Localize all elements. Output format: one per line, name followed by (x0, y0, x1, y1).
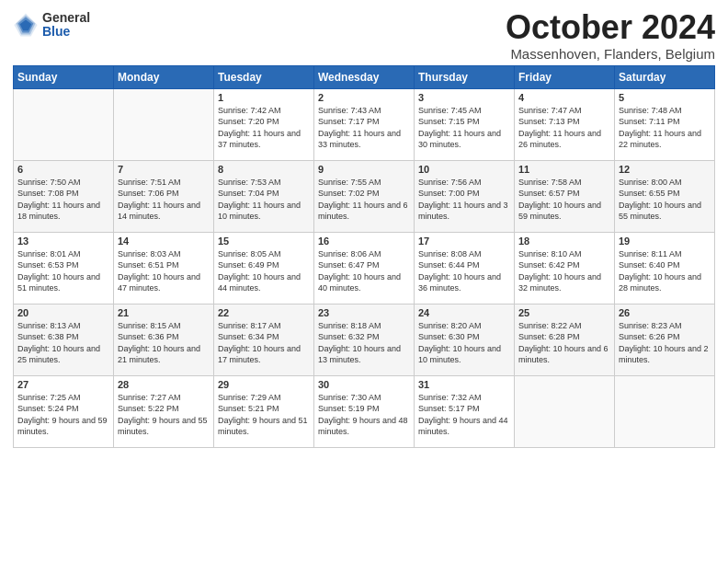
day-info: Sunrise: 7:27 AMSunset: 5:22 PMDaylight:… (118, 393, 208, 437)
week-row-4: 27 Sunrise: 7:25 AMSunset: 5:24 PMDaylig… (14, 375, 715, 447)
day-info: Sunrise: 7:43 AMSunset: 7:17 PMDaylight:… (318, 106, 401, 150)
day-number: 25 (518, 307, 610, 318)
day-info: Sunrise: 8:20 AMSunset: 6:30 PMDaylight:… (418, 321, 501, 365)
day-info: Sunrise: 8:13 AMSunset: 6:38 PMDaylight:… (17, 321, 100, 365)
day-info: Sunrise: 8:08 AMSunset: 6:44 PMDaylight:… (418, 249, 501, 293)
day-info: Sunrise: 7:56 AMSunset: 7:00 PMDaylight:… (418, 178, 508, 222)
day-number: 12 (619, 164, 711, 175)
day-info: Sunrise: 8:18 AMSunset: 6:32 PMDaylight:… (318, 321, 401, 365)
day-number: 20 (17, 307, 109, 318)
day-number: 22 (218, 307, 310, 318)
week-row-1: 6 Sunrise: 7:50 AMSunset: 7:08 PMDayligh… (14, 160, 715, 232)
day-info: Sunrise: 7:32 AMSunset: 5:17 PMDaylight:… (418, 393, 508, 437)
day-number: 24 (418, 307, 510, 318)
day-cell: 8 Sunrise: 7:53 AMSunset: 7:04 PMDayligh… (214, 160, 314, 232)
day-info: Sunrise: 8:23 AMSunset: 6:26 PMDaylight:… (619, 321, 709, 365)
day-cell: 26 Sunrise: 8:23 AMSunset: 6:26 PMDaylig… (615, 304, 715, 375)
day-cell: 7 Sunrise: 7:51 AMSunset: 7:06 PMDayligh… (114, 160, 214, 232)
day-number: 10 (418, 164, 510, 175)
day-cell: 4 Sunrise: 7:47 AMSunset: 7:13 PMDayligh… (515, 88, 615, 160)
header-sunday: Sunday (14, 65, 114, 88)
day-info: Sunrise: 7:48 AMSunset: 7:11 PMDaylight:… (619, 106, 701, 150)
day-number: 16 (318, 236, 410, 247)
day-cell: 31 Sunrise: 7:32 AMSunset: 5:17 PMDaylig… (415, 375, 515, 447)
day-cell: 14 Sunrise: 8:03 AMSunset: 6:51 PMDaylig… (114, 232, 214, 304)
logo-general: General (42, 11, 90, 25)
day-cell (14, 88, 114, 160)
day-cell: 23 Sunrise: 8:18 AMSunset: 6:32 PMDaylig… (314, 304, 415, 375)
header: General Blue October 2024 Massenhoven, F… (13, 9, 715, 62)
logo: General Blue (13, 11, 90, 40)
day-number: 9 (318, 164, 410, 175)
day-number: 2 (318, 92, 410, 103)
day-cell: 21 Sunrise: 8:15 AMSunset: 6:36 PMDaylig… (114, 304, 214, 375)
day-cell: 11 Sunrise: 7:58 AMSunset: 6:57 PMDaylig… (515, 160, 615, 232)
day-info: Sunrise: 8:17 AMSunset: 6:34 PMDaylight:… (218, 321, 301, 365)
day-cell (515, 375, 615, 447)
day-cell: 3 Sunrise: 7:45 AMSunset: 7:15 PMDayligh… (415, 88, 515, 160)
day-number: 27 (17, 379, 109, 390)
day-cell: 12 Sunrise: 8:00 AMSunset: 6:55 PMDaylig… (615, 160, 715, 232)
day-number: 3 (418, 92, 510, 103)
day-info: Sunrise: 7:47 AMSunset: 7:13 PMDaylight:… (518, 106, 601, 150)
day-info: Sunrise: 8:10 AMSunset: 6:42 PMDaylight:… (518, 249, 601, 293)
day-number: 6 (17, 164, 109, 175)
day-info: Sunrise: 8:06 AMSunset: 6:47 PMDaylight:… (318, 249, 401, 293)
logo-blue: Blue (42, 25, 90, 39)
header-thursday: Thursday (415, 65, 515, 88)
day-cell: 13 Sunrise: 8:01 AMSunset: 6:53 PMDaylig… (14, 232, 114, 304)
day-number: 5 (619, 92, 711, 103)
day-info: Sunrise: 8:01 AMSunset: 6:53 PMDaylight:… (17, 249, 100, 293)
day-number: 28 (118, 379, 210, 390)
header-friday: Friday (515, 65, 615, 88)
location: Massenhoven, Flanders, Belgium (506, 46, 715, 62)
day-cell: 30 Sunrise: 7:30 AMSunset: 5:19 PMDaylig… (314, 375, 415, 447)
day-number: 29 (218, 379, 310, 390)
week-row-2: 13 Sunrise: 8:01 AMSunset: 6:53 PMDaylig… (14, 232, 715, 304)
day-number: 4 (518, 92, 610, 103)
day-number: 7 (118, 164, 210, 175)
day-cell: 5 Sunrise: 7:48 AMSunset: 7:11 PMDayligh… (615, 88, 715, 160)
day-number: 1 (218, 92, 310, 103)
day-info: Sunrise: 8:22 AMSunset: 6:28 PMDaylight:… (518, 321, 609, 365)
month-title: October 2024 (506, 9, 715, 46)
day-number: 18 (518, 236, 610, 247)
day-cell: 6 Sunrise: 7:50 AMSunset: 7:08 PMDayligh… (14, 160, 114, 232)
calendar-table: Sunday Monday Tuesday Wednesday Thursday… (13, 65, 715, 448)
day-cell: 29 Sunrise: 7:29 AMSunset: 5:21 PMDaylig… (214, 375, 314, 447)
week-row-0: 1 Sunrise: 7:42 AMSunset: 7:20 PMDayligh… (14, 88, 715, 160)
header-saturday: Saturday (615, 65, 715, 88)
day-cell: 18 Sunrise: 8:10 AMSunset: 6:42 PMDaylig… (515, 232, 615, 304)
day-cell (114, 88, 214, 160)
day-info: Sunrise: 7:50 AMSunset: 7:08 PMDaylight:… (17, 178, 100, 222)
day-cell: 15 Sunrise: 8:05 AMSunset: 6:49 PMDaylig… (214, 232, 314, 304)
day-info: Sunrise: 7:58 AMSunset: 6:57 PMDaylight:… (518, 178, 601, 222)
day-info: Sunrise: 8:05 AMSunset: 6:49 PMDaylight:… (218, 249, 301, 293)
day-number: 13 (17, 236, 109, 247)
week-row-3: 20 Sunrise: 8:13 AMSunset: 6:38 PMDaylig… (14, 304, 715, 375)
day-info: Sunrise: 7:45 AMSunset: 7:15 PMDaylight:… (418, 106, 501, 150)
page-container: General Blue October 2024 Massenhoven, F… (0, 0, 728, 454)
day-number: 19 (619, 236, 711, 247)
day-cell: 22 Sunrise: 8:17 AMSunset: 6:34 PMDaylig… (214, 304, 314, 375)
day-info: Sunrise: 8:03 AMSunset: 6:51 PMDaylight:… (118, 249, 200, 293)
header-wednesday: Wednesday (314, 65, 415, 88)
day-cell: 24 Sunrise: 8:20 AMSunset: 6:30 PMDaylig… (415, 304, 515, 375)
day-info: Sunrise: 8:15 AMSunset: 6:36 PMDaylight:… (118, 321, 200, 365)
day-number: 26 (619, 307, 711, 318)
title-block: October 2024 Massenhoven, Flanders, Belg… (506, 9, 715, 62)
day-info: Sunrise: 7:55 AMSunset: 7:02 PMDaylight:… (318, 178, 408, 222)
day-cell: 27 Sunrise: 7:25 AMSunset: 5:24 PMDaylig… (14, 375, 114, 447)
day-cell: 1 Sunrise: 7:42 AMSunset: 7:20 PMDayligh… (214, 88, 314, 160)
day-number: 11 (518, 164, 610, 175)
day-info: Sunrise: 7:42 AMSunset: 7:20 PMDaylight:… (218, 106, 301, 150)
day-number: 17 (418, 236, 510, 247)
day-cell: 25 Sunrise: 8:22 AMSunset: 6:28 PMDaylig… (515, 304, 615, 375)
day-cell: 20 Sunrise: 8:13 AMSunset: 6:38 PMDaylig… (14, 304, 114, 375)
day-number: 8 (218, 164, 310, 175)
day-info: Sunrise: 7:53 AMSunset: 7:04 PMDaylight:… (218, 178, 301, 222)
day-info: Sunrise: 7:51 AMSunset: 7:06 PMDaylight:… (118, 178, 200, 222)
weekday-row: Sunday Monday Tuesday Wednesday Thursday… (14, 65, 715, 88)
day-cell: 19 Sunrise: 8:11 AMSunset: 6:40 PMDaylig… (615, 232, 715, 304)
day-number: 31 (418, 379, 510, 390)
